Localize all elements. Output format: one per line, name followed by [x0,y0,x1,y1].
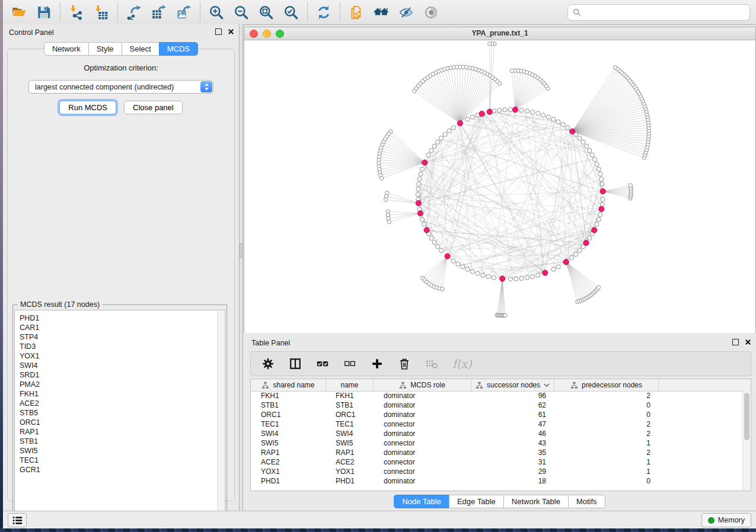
search-field[interactable] [567,4,750,21]
mcds-result-item[interactable]: YOX1 [20,351,225,361]
tab-network[interactable]: Network [44,42,89,56]
mcds-result-item[interactable]: SWI4 [20,361,225,370]
mcds-result-item[interactable]: PHD1 [20,313,225,323]
optimization-criterion-label: Optimization criterion: [8,63,234,72]
minimize-window-icon[interactable] [263,30,271,38]
column-header-name[interactable]: name [326,379,374,391]
share-document-icon[interactable] [349,5,364,20]
search-icon [573,8,581,17]
refresh-icon[interactable] [316,5,331,20]
table-cell: 2 [554,429,659,438]
splitter-grip[interactable] [239,243,243,258]
mcds-result-item[interactable]: SWI5 [20,446,225,456]
float-window-icon[interactable] [215,28,222,35]
close-panel-icon[interactable] [228,28,234,35]
table-row[interactable]: FKH1FKH1dominator962 [251,391,751,400]
tab-network-table[interactable]: Network Table [503,495,569,508]
zoom-selected-icon[interactable] [283,5,299,20]
vertical-splitter[interactable] [239,24,243,511]
delete-row-icon[interactable] [398,357,411,370]
mcds-result-item[interactable]: ORC1 [20,418,225,427]
mcds-result-item[interactable]: STB5 [20,408,225,418]
tab-motifs[interactable]: Motifs [568,495,605,508]
tab-node-table[interactable]: Node Table [394,495,449,508]
show-eye-icon[interactable] [423,5,439,20]
column-header-predecessor-nodes[interactable]: predecessor nodes [554,379,659,391]
mcds-panel: Optimization criterion: largest connecte… [7,49,235,501]
show-column-icon[interactable] [289,357,302,370]
table-row[interactable]: TEC1TEC1connector472 [251,419,751,429]
mcds-result-item[interactable]: PMA2 [20,380,225,389]
delete-table-icon[interactable] [425,357,438,370]
table-row[interactable]: SWI4SWI4dominator462 [251,429,751,438]
run-mcds-button[interactable]: Run MCDS [59,101,116,114]
table-scrollbar[interactable] [742,391,751,491]
network-window-titlebar[interactable]: YPA_prune.txt_1 [244,27,755,40]
close-panel-button[interactable]: Close panel [124,101,183,114]
memory-button[interactable]: Memory [701,513,751,527]
select-all-icon[interactable] [316,357,329,370]
hide-eye-icon[interactable] [398,5,414,20]
tab-style[interactable]: Style [88,42,122,56]
table-row[interactable]: SWI5SWI5connector431 [251,438,751,448]
network-canvas[interactable] [244,40,755,333]
table-cell: SWI4 [326,429,374,438]
tab-mcds[interactable]: MCDS [159,42,198,56]
mcds-result-list[interactable]: PHD1CAR1STP4TID3YOX1SWI4SRD1PMA2FKH1ACE2… [14,310,225,523]
table-cell: 0 [554,400,659,410]
mcds-result-item[interactable]: TEC1 [20,456,225,465]
mcds-list-scrollbar[interactable] [217,311,224,521]
maximize-window-icon[interactable] [276,30,284,38]
close-panel-icon[interactable] [745,339,751,345]
table-cell: YOX1 [326,467,374,476]
table-row[interactable]: ACE2ACE2connector311 [251,457,751,467]
criterion-dropdown[interactable]: largest connected component (undirected) [28,80,213,94]
tab-edge-table[interactable]: Edge Table [449,495,504,508]
task-history-button[interactable] [8,513,27,527]
function-builder-icon[interactable]: f(x) [452,357,472,370]
mcds-result-item[interactable]: RAP1 [20,427,225,437]
column-header-mcds-role[interactable]: MCDS role [374,379,471,391]
save-icon[interactable] [36,5,52,20]
zoom-out-icon[interactable] [234,5,249,20]
mcds-result-item[interactable]: FKH1 [20,389,225,399]
ndex-houses-icon[interactable] [374,5,389,20]
mcds-result-item[interactable]: SRD1 [20,370,225,380]
export-table-icon[interactable] [151,5,167,20]
float-window-icon[interactable] [732,339,739,345]
unselect-all-icon[interactable] [343,357,356,370]
settings-gear-icon[interactable] [261,357,275,370]
tab-select[interactable]: Select [122,42,160,56]
mcds-result-item[interactable]: STB1 [20,437,225,446]
table-row[interactable]: RAP1RAP1dominator352 [251,448,751,457]
zoom-fit-icon[interactable] [259,5,274,20]
export-image-icon[interactable] [176,5,192,20]
column-header-shared-name[interactable]: shared name [251,379,326,391]
zoom-in-icon[interactable] [209,5,224,20]
node-table: shared namenameMCDS rolesuccessor nodesp… [250,379,751,491]
table-row[interactable]: ORC1ORC1dominator610 [251,410,751,419]
mcds-result-item[interactable]: TID3 [20,342,225,351]
search-input[interactable] [585,7,745,17]
scrollbar-thumb[interactable] [744,393,749,440]
export-network-icon[interactable] [126,5,142,20]
network-view-window: YPA_prune.txt_1 [244,27,756,333]
close-window-icon[interactable] [250,30,258,38]
mcds-result-item[interactable]: GCR1 [20,465,225,475]
mcds-result-item[interactable]: ACE2 [20,399,225,408]
import-network-icon[interactable] [69,5,84,20]
mcds-result-item[interactable]: STP4 [20,332,225,342]
table-cell: YOX1 [251,467,326,476]
import-table-icon[interactable] [94,5,109,20]
table-cell: 1 [554,457,659,467]
mcds-result-title: MCDS result (17 nodes) [18,300,102,309]
open-file-icon[interactable] [11,5,27,20]
table-row[interactable]: PHD1PHD1dominator180 [251,476,751,486]
memory-status-icon [708,517,714,524]
column-header-successor-nodes[interactable]: successor nodes [471,379,554,391]
mcds-result-item[interactable]: CAR1 [20,323,225,332]
add-row-icon[interactable] [371,357,384,370]
table-row[interactable]: YOX1YOX1connector291 [251,467,751,476]
table-cell: ORC1 [326,410,374,419]
table-row[interactable]: STB1STB1dominator620 [251,400,751,410]
